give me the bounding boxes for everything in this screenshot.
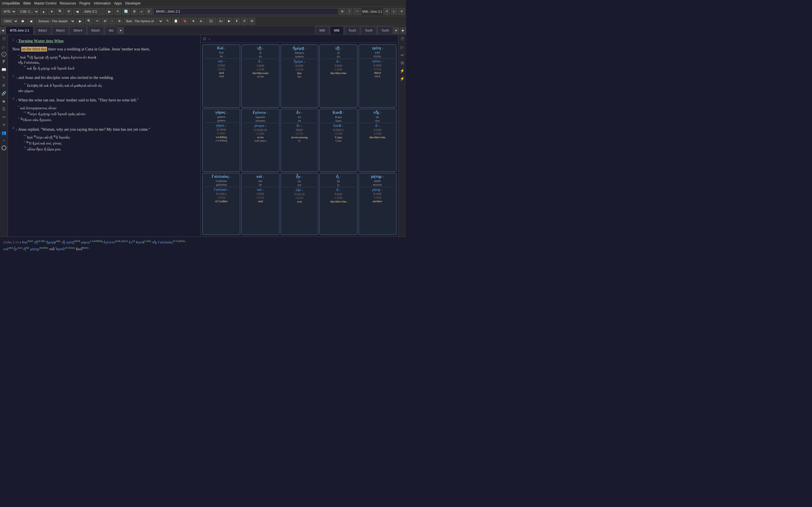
sidebar-translate-icon[interactable]: ⇌: [1, 114, 7, 120]
rs-translate-icon[interactable]: ⇌: [399, 52, 405, 58]
star-btn[interactable]: ★: [190, 18, 197, 24]
sidebar-tools-icon[interactable]: ⚙: [1, 82, 7, 89]
grid-btn[interactable]: ≡: [139, 8, 144, 15]
addr-bar[interactable]: [153, 8, 338, 15]
close-addr-btn[interactable]: ✕: [398, 8, 405, 15]
tab-mib2[interactable]: MIB: [330, 26, 344, 35]
tab-bib[interactable]: Bib: [105, 26, 117, 35]
tab-mtb-john[interactable]: MTB-John 2:1: [6, 26, 34, 35]
note-btn[interactable]: 📋: [172, 18, 180, 24]
sidebar-arrow-icon[interactable]: ▷: [1, 44, 7, 50]
word-card-11[interactable]: καί ♪ kai ke καί ♪ CONJ G2532 and: [241, 173, 279, 235]
share-btn[interactable]: ⤴: [347, 8, 352, 15]
next-btn[interactable]: ▶: [106, 8, 113, 15]
tab-bible4[interactable]: Bible4: [69, 26, 87, 35]
highlight-btn[interactable]: ✏: [94, 18, 101, 24]
menu-bible[interactable]: Bible: [23, 1, 31, 5]
commentary-select[interactable]: Schurer - The Jewish: [36, 18, 75, 24]
word-card-4[interactable]: τρίτη ♪ tritē triytiy τρίτος ♪ A-DSF G51…: [359, 45, 396, 108]
word-card-8[interactable]: Κανὰ ♪ Kana kana Κανᾶ ♪ N-DSF-L G2580 Ca…: [319, 109, 357, 172]
bible-select[interactable]: MTB: [1, 8, 16, 15]
tab-bible2[interactable]: Bible2: [34, 26, 51, 35]
sidebar-edit-icon[interactable]: ✎: [1, 74, 7, 80]
tab-bible3[interactable]: Bible3: [52, 26, 69, 35]
word-card-10[interactable]: Γαλιλαίας ♪ Galilaias galiyleas Γαλιλαία…: [202, 173, 240, 235]
word-card-1[interactable]: τῇ ♪ tē tiy ὁ ♪ T-DSF G3588 the/this/who…: [241, 45, 279, 108]
play-btn[interactable]: ▶: [226, 18, 232, 24]
tab-mib1[interactable]: MIB: [315, 26, 329, 35]
sidebar-diamond-icon[interactable]: ◆: [1, 98, 7, 104]
tb-up-btn[interactable]: ▲: [40, 8, 47, 15]
sidebar-book-icon[interactable]: 📖: [1, 66, 7, 73]
word-card-0[interactable]: Καί ♪ Kai ke καί ♪ CONJ G2532 and And: [202, 45, 240, 108]
layout-btn[interactable]: ⊞: [131, 8, 138, 15]
font-minus-btn[interactable]: A-: [198, 18, 205, 24]
menu-developer[interactable]: Developer: [125, 1, 141, 5]
word-card-9[interactable]: τῆς ♪ tēs tiys ὁ ♪ T-GSF G3588 the/this/…: [359, 109, 396, 172]
bookmark-btn[interactable]: 🔖: [181, 18, 189, 24]
tab-right-arrow[interactable]: ▶: [400, 27, 406, 34]
sync-btn[interactable]: 🔄: [122, 8, 130, 15]
menu2-btn[interactable]: ☰: [146, 8, 152, 15]
menu-apps[interactable]: Apps: [114, 1, 122, 5]
sidebar-p-icon[interactable]: P: [1, 59, 7, 65]
word-card-13[interactable]: ἡ ♪ hē iy ὁ ♪ T-NSF G3588 the/this/who: [319, 173, 357, 235]
filter-btn[interactable]: ⚙: [65, 8, 72, 15]
word-card-12[interactable]: ἦν ♪ ēn iyn εἰμί ♪ V-IAI-3S G2258 was: [281, 173, 318, 235]
rs-lightning1-icon[interactable]: ⚡: [399, 68, 405, 74]
tab-bible5[interactable]: Bible5: [87, 26, 104, 35]
sidebar-cross-icon[interactable]: ✛: [1, 122, 7, 128]
crosshair-btn[interactable]: ✛: [114, 8, 121, 15]
tb2-toggle-btn[interactable]: ◼: [19, 18, 26, 24]
rs-arrow-icon[interactable]: ▷: [399, 44, 405, 50]
prev-btn[interactable]: ◀: [73, 8, 81, 15]
mib-note-icon[interactable]: ♪: [208, 37, 210, 41]
version-select[interactable]: CSB, C...: [17, 8, 39, 15]
tab-more-left-btn[interactable]: ►: [118, 27, 124, 34]
menu-uniquebible[interactable]: UniqueBible: [2, 1, 20, 5]
menu-master-control[interactable]: Master Control: [34, 1, 56, 5]
upload-btn[interactable]: ↑: [109, 18, 115, 24]
sidebar-circle-icon[interactable]: [1, 145, 6, 151]
word-card-2[interactable]: ἡμέρᾳ ♪ hēmera iymera ἡμέρα ♪ N-DSF G225…: [281, 45, 318, 108]
edit-btn[interactable]: ✎: [164, 18, 171, 24]
zoom-out-btn[interactable]: ➖: [353, 8, 361, 15]
compare-btn[interactable]: ⇄: [102, 18, 108, 24]
tab-tool4[interactable]: Tool4: [361, 26, 376, 35]
menu-plugins[interactable]: Plugins: [79, 1, 90, 5]
download-btn[interactable]: ⬇: [234, 18, 240, 24]
word-card-7[interactable]: ἐν ♪ en en ἐν ♪ PREP G1722 in/on/among i…: [281, 109, 318, 172]
sidebar-history-icon[interactable]: ⏱: [1, 36, 7, 42]
word-card-5[interactable]: γάμος ♪ gamos gamos γάμος ♪ N-NSM G1062 …: [202, 109, 240, 172]
search-btn[interactable]: 🔍: [56, 8, 64, 15]
word-card-14[interactable]: μήτηρ ♪ mētēr miytiyr μήτηρ ♪ N-NSF G338…: [359, 173, 396, 235]
ref-input[interactable]: [82, 8, 105, 15]
tab-left-btn[interactable]: ◀: [0, 27, 6, 34]
mib-icon1[interactable]: ⊡: [203, 37, 206, 41]
tb2-prev-btn[interactable]: ◀: [27, 18, 35, 24]
font-plus-btn[interactable]: A+: [217, 18, 225, 24]
sidebar-people-icon[interactable]: 👥: [1, 129, 7, 136]
tb2-next-btn[interactable]: ▶: [77, 18, 84, 24]
tab-tool3[interactable]: Tool3: [344, 26, 360, 35]
tab-tool5[interactable]: Tool5: [377, 26, 393, 35]
sidebar-link-icon[interactable]: 🔗: [1, 90, 7, 96]
refresh2-btn[interactable]: ↺: [241, 18, 248, 24]
forward-btn[interactable]: ▷: [391, 8, 397, 15]
share2-btn[interactable]: ⊕: [116, 18, 123, 24]
rs-grid-icon[interactable]: ⊞: [399, 60, 405, 66]
layout-select[interactable]: CBSC: [1, 18, 18, 24]
word-card-6[interactable]: ἐγένετο ♪ egeneto eyeneto γίνομαι ♪ V-2A…: [241, 109, 279, 172]
menu-information[interactable]: Information: [94, 1, 111, 5]
sidebar-layers-icon[interactable]: ☰: [1, 106, 7, 112]
word-card-3[interactable]: τῇ ♪ tē tiy ὁ ♪ T-DSF G3588 the/this/who…: [319, 45, 357, 108]
compare2-btn[interactable]: ⇄: [249, 18, 255, 24]
search2-btn[interactable]: 🔍: [85, 18, 93, 24]
sidebar-list-icon[interactable]: ≡: [1, 137, 7, 144]
rs-history-icon[interactable]: ⏱: [399, 36, 405, 42]
external-btn[interactable]: ⧉: [339, 8, 345, 15]
rs-lightning2-icon[interactable]: ⚡: [399, 75, 405, 82]
refresh-btn[interactable]: ↺: [384, 8, 390, 15]
font-book-select[interactable]: Bett - The Hymns of: [124, 18, 163, 24]
menu-resources[interactable]: Resources: [60, 1, 76, 5]
